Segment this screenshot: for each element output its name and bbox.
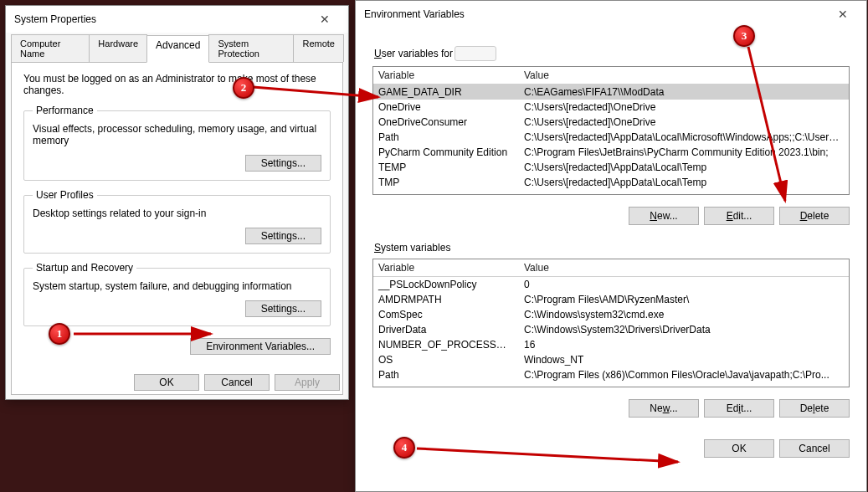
cell-variable: Path <box>373 367 519 382</box>
performance-settings-button[interactable]: Settings... <box>245 155 321 172</box>
cancel-button[interactable]: Cancel <box>204 374 270 391</box>
cell-variable: OneDriveConsumer <box>373 115 519 130</box>
table-row[interactable]: OneDriveC:\Users\[redacted]\OneDrive <box>373 100 849 115</box>
system-edit-button[interactable]: Edit... <box>704 399 774 418</box>
tab-remote[interactable]: Remote <box>293 34 344 62</box>
performance-text: Visual effects, processor scheduling, me… <box>33 123 321 146</box>
system-delete-button[interactable]: Delete <box>779 399 850 418</box>
cell-variable: TMP <box>373 175 519 190</box>
cell-value: C:\Program Files\AMD\RyzenMaster\ <box>519 292 849 307</box>
cancel-button[interactable]: Cancel <box>779 439 850 458</box>
cell-value: C:\Users\[redacted]\AppData\Local\Temp <box>519 175 849 190</box>
system-vars-list[interactable]: VariableValue__PSLockDownPolicy0AMDRMPAT… <box>372 259 850 387</box>
user-profiles-text: Desktop settings related to your sign-in <box>33 208 321 219</box>
tab-strip: Computer Name Hardware Advanced System P… <box>6 34 348 62</box>
startup-recovery-legend: Startup and Recovery <box>33 262 136 274</box>
cell-variable: AMDRMPATH <box>373 292 519 307</box>
ok-button[interactable]: OK <box>134 374 199 391</box>
cell-variable: ComSpec <box>373 307 519 322</box>
cell-variable: TEMP <box>373 160 519 175</box>
table-row[interactable]: TEMPC:\Users\[redacted]\AppData\Local\Te… <box>373 160 849 175</box>
titlebar: System Properties ✕ <box>6 6 348 33</box>
admin-note: You must be logged on as an Administrato… <box>23 73 331 96</box>
user-edit-button[interactable]: Edit... <box>704 207 774 225</box>
table-row[interactable]: __PSLockDownPolicy0 <box>373 277 849 292</box>
cell-value: C:\EAGames\FIFA17\\ModData <box>519 85 849 100</box>
user-delete-button[interactable]: Delete <box>779 207 850 225</box>
cell-variable: __PSLockDownPolicy <box>373 277 519 292</box>
window-title: System Properties <box>14 13 96 25</box>
table-row[interactable]: OneDriveConsumerC:\Users\[redacted]\OneD… <box>373 115 849 130</box>
cell-value: 0 <box>519 277 849 292</box>
system-new-button[interactable]: New... <box>629 399 699 418</box>
table-row[interactable]: ComSpecC:\Windows\system32\cmd.exe <box>373 307 849 322</box>
system-properties-dialog: System Properties ✕ Computer Name Hardwa… <box>5 5 349 400</box>
table-row[interactable]: PathC:\Users\[redacted]\AppData\Local\Mi… <box>373 130 849 145</box>
tab-hardware[interactable]: Hardware <box>89 34 147 62</box>
tab-body-advanced: You must be logged on as an Administrato… <box>11 62 343 395</box>
user-vars-label: User variables for <box>374 46 850 61</box>
performance-group: Performance Visual effects, processor sc… <box>23 105 331 181</box>
user-profiles-group: User Profiles Desktop settings related t… <box>23 189 331 254</box>
environment-variables-dialog: Environment Variables ✕ User variables f… <box>355 0 867 492</box>
titlebar: Environment Variables ✕ <box>356 1 866 28</box>
user-profiles-legend: User Profiles <box>33 189 97 201</box>
system-vars-label: System variables <box>374 242 850 254</box>
cell-variable: OneDrive <box>373 100 519 115</box>
tab-computer-name[interactable]: Computer Name <box>11 34 90 62</box>
table-row[interactable]: OSWindows_NT <box>373 352 849 367</box>
cell-variable: DriverData <box>373 322 519 337</box>
table-row[interactable]: TMPC:\Users\[redacted]\AppData\Local\Tem… <box>373 175 849 190</box>
user-vars-list[interactable]: VariableValueGAME_DATA_DIRC:\EAGames\FIF… <box>372 66 850 195</box>
column-header-value[interactable]: Value <box>519 67 849 85</box>
close-icon[interactable]: ✕ <box>308 11 342 28</box>
tab-system-protection[interactable]: System Protection <box>208 34 294 62</box>
startup-recovery-text: System startup, system failure, and debu… <box>33 280 321 292</box>
cell-value: C:\Program Files\JetBrains\PyCharm Commu… <box>519 145 849 160</box>
performance-legend: Performance <box>33 105 97 116</box>
cell-value: C:\Users\[redacted]\AppData\Local\Micros… <box>519 130 849 145</box>
cell-value: C:\Windows\system32\cmd.exe <box>519 307 849 322</box>
cell-variable: GAME_DATA_DIR <box>373 85 519 100</box>
table-row[interactable]: GAME_DATA_DIRC:\EAGames\FIFA17\\ModData <box>373 85 849 100</box>
cell-value: 16 <box>519 337 849 352</box>
cell-value: Windows_NT <box>519 352 849 367</box>
cell-variable: OS <box>373 352 519 367</box>
column-header-variable[interactable]: Variable <box>373 67 519 85</box>
startup-recovery-group: Startup and Recovery System startup, sys… <box>23 262 331 326</box>
cell-value: C:\Windows\System32\Drivers\DriverData <box>519 322 849 337</box>
startup-recovery-settings-button[interactable]: Settings... <box>245 300 321 317</box>
close-icon[interactable]: ✕ <box>826 6 860 23</box>
cell-variable: NUMBER_OF_PROCESSORS <box>373 337 519 352</box>
ok-button[interactable]: OK <box>704 439 774 458</box>
cell-value: C:\Program Files (x86)\Common Files\Orac… <box>519 367 849 382</box>
tab-advanced[interactable]: Advanced <box>146 35 209 63</box>
redacted-username <box>455 46 496 61</box>
column-header-variable[interactable]: Variable <box>373 259 519 277</box>
environment-variables-button[interactable]: Environment Variables... <box>190 338 331 355</box>
cell-value: C:\Users\[redacted]\OneDrive <box>519 100 849 115</box>
cell-value: C:\Users\[redacted]\OneDrive <box>519 115 849 130</box>
user-new-button[interactable]: New... <box>629 207 699 225</box>
table-row[interactable]: PyCharm Community EditionC:\Program File… <box>373 145 849 160</box>
apply-button: Apply <box>275 374 340 391</box>
cell-variable: PyCharm Community Edition <box>373 145 519 160</box>
cell-variable: Path <box>373 130 519 145</box>
table-row[interactable]: NUMBER_OF_PROCESSORS16 <box>373 337 849 352</box>
table-row[interactable]: PathC:\Program Files (x86)\Common Files\… <box>373 367 849 382</box>
user-profiles-settings-button[interactable]: Settings... <box>245 228 321 244</box>
table-row[interactable]: DriverDataC:\Windows\System32\Drivers\Dr… <box>373 322 849 337</box>
cell-value: C:\Users\[redacted]\AppData\Local\Temp <box>519 160 849 175</box>
table-row[interactable]: AMDRMPATHC:\Program Files\AMD\RyzenMaste… <box>373 292 849 307</box>
window-title: Environment Variables <box>364 8 465 20</box>
column-header-value[interactable]: Value <box>519 259 849 277</box>
